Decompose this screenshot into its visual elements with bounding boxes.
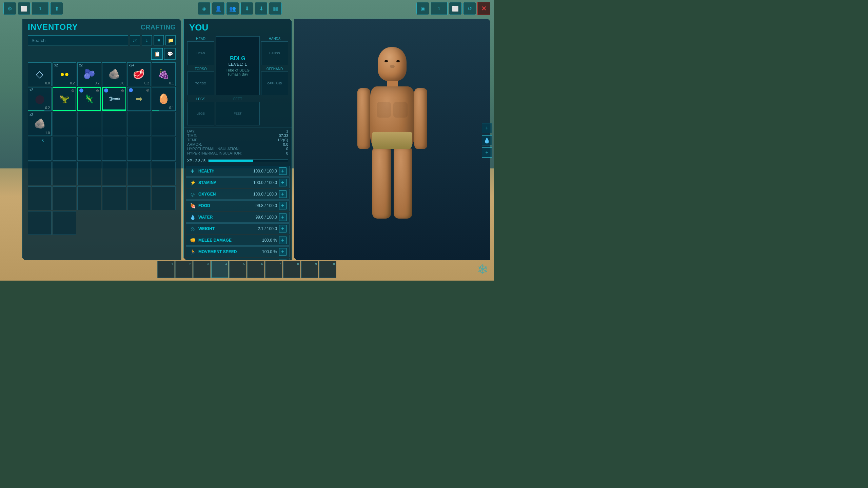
count-input-left[interactable]	[32, 2, 49, 15]
tribe-button[interactable]: ◈	[198, 2, 211, 15]
melee-plus-button[interactable]: +	[279, 237, 287, 244]
reset-button[interactable]: ↺	[463, 2, 476, 15]
crafting-plus-button[interactable]: +	[279, 260, 287, 260]
item-slot-empty[interactable]	[152, 162, 176, 185]
count-input-right[interactable]	[431, 2, 448, 15]
attr-crafting[interactable]: 🔧 CRAFTING SKILL 100.0 % +	[186, 258, 290, 260]
hotbar-slot-4[interactable]: 4	[212, 261, 229, 278]
movement-plus-button[interactable]: +	[279, 248, 287, 256]
item-slot-empty[interactable]	[152, 137, 176, 161]
item-slot-empty[interactable]	[102, 186, 126, 210]
item-slot[interactable]: x2 🫐 0.2	[77, 62, 101, 86]
hotbar-slot-9[interactable]: 9	[301, 261, 318, 278]
tab-chat[interactable]: 💬	[164, 48, 176, 60]
stamina-plus-button[interactable]: +	[279, 179, 287, 186]
item-slot-tool[interactable]: 🔧 ⊘	[102, 87, 126, 111]
item-slot-raptor[interactable]: 🦎 ⊘	[77, 87, 101, 111]
weight-plus-button[interactable]: +	[279, 225, 287, 232]
torso-slot[interactable]: TORSO	[187, 72, 214, 95]
attr-movement[interactable]: 🏃 MOVEMENT SPEED 100.0 % +	[186, 246, 290, 257]
inventory-panel: INVENTORY CRAFTING ⇄ ↓ ≡ 📁 📋 💬 ◇ 0.0 x2 …	[22, 19, 181, 260]
hotbar-slot-8[interactable]: 8	[283, 261, 300, 278]
hands-slot[interactable]: HANDS	[261, 41, 288, 65]
legs-slot[interactable]: LEGS	[187, 102, 214, 125]
item-slot-empty[interactable]	[127, 162, 151, 185]
item-slot-empty[interactable]	[53, 186, 76, 210]
item-slot-stone[interactable]: x2 🪨 1.0	[28, 112, 52, 136]
item-slot-empty[interactable]	[53, 211, 76, 235]
item-slot[interactable]: x2 ●● 0.2	[53, 62, 76, 86]
item-slot-empty[interactable]	[53, 137, 76, 161]
drop-button[interactable]: ↓	[142, 35, 152, 45]
attr-weight[interactable]: ⚖ WEIGHT 2.1 / 100.0 +	[186, 223, 290, 234]
swap-button[interactable]: ⇄	[130, 35, 140, 45]
item-slot-empty[interactable]	[152, 112, 176, 136]
food-plus-button[interactable]: +	[279, 202, 287, 209]
transfer-button[interactable]: ⬆	[50, 2, 63, 15]
attr-food[interactable]: 🍖 FOOD 99.8 / 100.0 +	[186, 200, 290, 211]
sort-button[interactable]: ≡	[154, 35, 164, 45]
player-button[interactable]: 👤	[212, 2, 225, 15]
item-slot-arrow[interactable]: ➡ ⊘	[127, 87, 151, 111]
tab-list[interactable]: 📋	[151, 48, 163, 60]
hotbar-slot-5[interactable]: 5	[230, 261, 246, 278]
remote-button[interactable]: ◉	[416, 2, 429, 15]
item-slot[interactable]: x24 🥩 0.2	[127, 62, 151, 86]
oxygen-plus-button[interactable]: +	[279, 190, 287, 198]
hotbar-slot-2[interactable]: 2	[176, 261, 193, 278]
item-slot-empty[interactable]	[53, 162, 76, 185]
head-slot[interactable]: HEAD	[187, 41, 214, 65]
grid-button[interactable]: ▦	[269, 2, 282, 15]
item-slot-empty[interactable]	[127, 186, 151, 210]
folder-button[interactable]: 📁	[165, 35, 176, 45]
health-plus-button[interactable]: +	[279, 167, 287, 175]
item-slot-empty[interactable]	[152, 186, 176, 210]
hotbar-slot-7[interactable]: 7	[265, 261, 282, 278]
water-plus-button[interactable]: +	[279, 214, 287, 221]
left-expand-arrow[interactable]: ‹	[42, 136, 44, 143]
hotbar-slot-0[interactable]: 0	[319, 261, 336, 278]
attr-health[interactable]: ✚ HEALTH 100.0 / 100.0 +	[186, 166, 290, 177]
item-slot-empty[interactable]	[28, 162, 52, 185]
group3-button[interactable]: ⬜	[449, 2, 462, 15]
attr-melee[interactable]: 👊 MELEE DAMAGE 100.0 % +	[186, 235, 290, 246]
item-slot-empty[interactable]	[77, 137, 101, 161]
attr-water[interactable]: 💧 WATER 99.6 / 100.0 +	[186, 212, 290, 223]
close-button[interactable]: ✕	[477, 2, 490, 15]
item-slot-empty[interactable]	[102, 112, 126, 136]
item-slot[interactable]: x2 ⬤ 0.2	[28, 87, 52, 111]
plus-button-bottom[interactable]: +	[482, 147, 492, 158]
item-slot-empty[interactable]	[102, 162, 126, 185]
group2-button[interactable]: 👥	[226, 2, 239, 15]
item-slot-egg[interactable]: 🥚 0.1	[152, 87, 176, 111]
item-slot-empty[interactable]	[77, 186, 101, 210]
hotbar-slot-6[interactable]: 6	[248, 261, 264, 278]
item-slot[interactable]: 🍇 0.1	[152, 62, 176, 86]
group-button[interactable]: ⬜	[18, 2, 31, 15]
download-button[interactable]: ⬇	[240, 2, 253, 15]
item-slot-empty[interactable]	[28, 137, 52, 161]
item-slot[interactable]: ◇ 0.0	[28, 62, 52, 86]
item-slot-empty[interactable]	[53, 112, 76, 136]
item-slot-empty[interactable]	[102, 137, 126, 161]
item-slot-empty[interactable]	[127, 137, 151, 161]
item-slot-empty[interactable]	[77, 162, 101, 185]
attr-oxygen[interactable]: ◎ OXYGEN 100.0 / 100.0 +	[186, 189, 290, 200]
item-slot-empty[interactable]	[127, 112, 151, 136]
hotbar-slot-1[interactable]: 1	[158, 261, 175, 278]
item-progress	[28, 110, 44, 110]
transfer2-button[interactable]: ⬇	[255, 2, 268, 15]
item-slot[interactable]: 🪨 0.0	[102, 62, 126, 86]
settings-button[interactable]: ⚙	[3, 2, 16, 15]
hotbar-slot-3[interactable]: 3	[194, 261, 211, 278]
item-slot-empty[interactable]	[77, 112, 101, 136]
offhand-slot[interactable]: OFFHAND	[261, 72, 288, 95]
item-slot-empty[interactable]	[28, 211, 52, 235]
search-input[interactable]	[28, 35, 128, 45]
plus-button-top[interactable]: +	[482, 123, 492, 133]
item-slot-empty[interactable]	[28, 186, 52, 210]
water-droplet-button[interactable]: 💧	[482, 135, 492, 145]
feet-slot[interactable]: FEET	[216, 102, 260, 125]
attr-stamina[interactable]: ⚡ STAMINA 100.0 / 100.0 +	[186, 177, 290, 188]
item-slot-dino[interactable]: 🦖 ⊘	[53, 87, 76, 111]
